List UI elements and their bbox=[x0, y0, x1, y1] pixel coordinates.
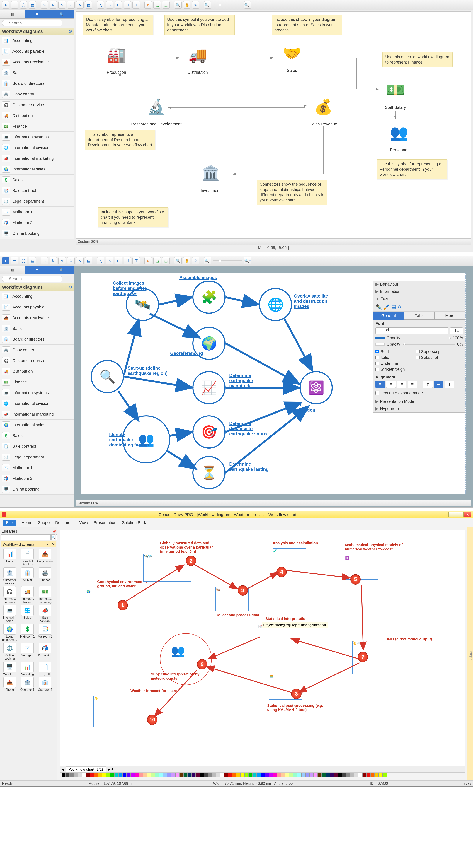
color-swatch[interactable] bbox=[122, 773, 126, 777]
tool-line[interactable]: ╲ bbox=[97, 257, 105, 265]
lib-search-input[interactable] bbox=[1, 534, 51, 540]
tool-oval[interactable]: ◯ bbox=[20, 257, 27, 265]
color-swatch[interactable] bbox=[139, 773, 143, 777]
lib-cell[interactable]: 📥Copy center bbox=[37, 549, 53, 566]
lib-item[interactable]: 🎧Customer service bbox=[0, 99, 74, 110]
color-swatch[interactable] bbox=[330, 773, 334, 777]
color-swatch[interactable] bbox=[261, 773, 265, 777]
color-swatch[interactable] bbox=[114, 773, 118, 777]
zoom-slider[interactable] bbox=[213, 260, 242, 261]
lib-item[interactable]: 🌐International division bbox=[0, 143, 74, 153]
color-swatch[interactable] bbox=[82, 773, 86, 777]
close-button[interactable]: ✕ bbox=[464, 512, 471, 517]
lib-item[interactable]: 📊Accounting bbox=[0, 35, 74, 46]
lib-item[interactable]: 🌍International sales bbox=[0, 164, 74, 175]
lib-cell[interactable]: 🖨️Finance bbox=[37, 567, 53, 585]
lib-item[interactable]: 💻Information systems bbox=[0, 388, 74, 398]
color-swatch[interactable] bbox=[106, 773, 110, 777]
node-personnel[interactable]: 👥 Personnel bbox=[382, 119, 416, 152]
color-swatch[interactable] bbox=[293, 773, 297, 777]
search-icon[interactable]: 🔍 bbox=[51, 534, 55, 540]
color-swatch[interactable] bbox=[78, 773, 82, 777]
tool-pointer[interactable]: ➤ bbox=[2, 1, 9, 9]
tool-oval[interactable]: ◯ bbox=[20, 1, 27, 9]
fp-tab-tabs[interactable]: Tabs bbox=[404, 312, 435, 320]
color-swatch[interactable] bbox=[200, 773, 204, 777]
tool-tree1[interactable]: ⊢ bbox=[115, 1, 122, 9]
tool-conn1[interactable]: ↘ bbox=[41, 1, 48, 9]
color-swatch[interactable] bbox=[383, 773, 387, 777]
color-swatch[interactable] bbox=[191, 773, 196, 777]
color-swatch[interactable] bbox=[143, 773, 147, 777]
color-swatch[interactable] bbox=[318, 773, 322, 777]
gear-icon[interactable]: ⚙ bbox=[68, 285, 72, 289]
lib-item[interactable]: 🚚Distribution bbox=[0, 366, 74, 377]
node-sales-revenue[interactable]: 💰 Sales Revenue bbox=[307, 93, 340, 126]
lib-cell[interactable]: 💵Internati... marketing bbox=[37, 586, 53, 604]
node-lasting[interactable]: ⏳ bbox=[193, 456, 226, 489]
tool-chain1[interactable]: ⧉ bbox=[145, 257, 152, 265]
lib-item[interactable]: 📬Mailroom 2 bbox=[0, 217, 74, 228]
color-swatch[interactable] bbox=[305, 773, 309, 777]
pen-icon[interactable]: ✒️ bbox=[376, 304, 382, 310]
tool-hand[interactable]: ✋ bbox=[183, 257, 190, 265]
lib-cell[interactable]: 👔Distributi... bbox=[19, 567, 36, 585]
brush-icon[interactable]: 🖌️ bbox=[383, 304, 390, 310]
zoom-out-icon[interactable]: 🔍− bbox=[204, 257, 211, 265]
node-startup[interactable]: 🔍 bbox=[91, 360, 124, 393]
lib-cell[interactable]: 📥Phone bbox=[1, 677, 18, 691]
search-input[interactable] bbox=[2, 20, 62, 26]
color-swatch[interactable] bbox=[326, 773, 330, 777]
color-swatch[interactable] bbox=[94, 773, 98, 777]
zoom-out-icon[interactable]: 🔍− bbox=[204, 1, 211, 9]
tool-dropper[interactable]: ✎ bbox=[192, 1, 199, 9]
tool-conn1[interactable]: ↘ bbox=[41, 257, 48, 265]
gear-icon[interactable]: ⚙ bbox=[68, 29, 72, 34]
node-sales[interactable]: 🤝 Sales bbox=[275, 39, 308, 73]
color-swatch[interactable] bbox=[216, 773, 220, 777]
color-swatch[interactable] bbox=[265, 773, 269, 777]
tool-note[interactable]: ▤ bbox=[85, 257, 92, 265]
color-swatch[interactable] bbox=[187, 773, 191, 777]
color-swatch[interactable] bbox=[350, 773, 354, 777]
color-swatch[interactable] bbox=[371, 773, 375, 777]
lib-item[interactable]: 💻Information systems bbox=[0, 132, 74, 143]
lib-item[interactable]: 📄Accounts payable bbox=[0, 302, 74, 312]
lib-item[interactable]: 📥Accounts receivable bbox=[0, 312, 74, 323]
color-swatch[interactable] bbox=[322, 773, 326, 777]
zoom-in-icon[interactable]: 🔍+ bbox=[244, 1, 251, 9]
tool-conn2[interactable]: ↳ bbox=[50, 1, 57, 9]
tool-dropper[interactable]: ✎ bbox=[192, 257, 199, 265]
color-swatch[interactable] bbox=[98, 773, 102, 777]
node-production[interactable]: 🏭 Production bbox=[100, 41, 133, 75]
node-rnd[interactable]: 🔬 Research and Development bbox=[131, 93, 182, 126]
tool-arrow[interactable]: ➘ bbox=[106, 257, 113, 265]
color-swatch[interactable] bbox=[151, 773, 155, 777]
color-swatch[interactable] bbox=[354, 773, 358, 777]
sidebar-tab-search[interactable]: 🔍 bbox=[49, 10, 74, 19]
color-swatch[interactable] bbox=[342, 773, 346, 777]
lib-item[interactable]: 📑Sale contract bbox=[0, 441, 74, 452]
check-bold[interactable]: Bold bbox=[376, 349, 405, 354]
lib-cell[interactable]: 🌍Legal departme... bbox=[1, 624, 18, 642]
color-swatch[interactable] bbox=[167, 773, 171, 777]
tool-chain2[interactable]: ⬚ bbox=[153, 257, 161, 265]
sidebar-tab-search[interactable]: 🔍 bbox=[49, 266, 74, 274]
color-swatch[interactable] bbox=[257, 773, 261, 777]
node-distance[interactable]: 🎯 bbox=[193, 415, 226, 448]
wf-node-2[interactable]: 🛰️🛩️ bbox=[143, 554, 191, 582]
lib-item[interactable]: 🏦Bank bbox=[0, 323, 74, 334]
lib-cell[interactable]: 💻Internati... sales bbox=[1, 605, 18, 623]
text-icon[interactable]: ▤ bbox=[391, 304, 396, 310]
tab-add[interactable]: ▶ + bbox=[108, 767, 114, 772]
color-swatch[interactable] bbox=[110, 773, 114, 777]
page-tab[interactable]: Work flow chart (1/1) bbox=[66, 767, 106, 772]
tool-arrow[interactable]: ➘ bbox=[106, 1, 113, 9]
lib-item[interactable]: ⚖️Legal department bbox=[0, 196, 74, 207]
color-swatch[interactable] bbox=[277, 773, 281, 777]
menu-solution[interactable]: Solution Park bbox=[122, 520, 146, 525]
lib-cell[interactable]: 📄Board of directors bbox=[19, 549, 36, 566]
tool-pointer[interactable]: ➤ bbox=[2, 257, 9, 265]
lib-item[interactable]: 🚚Distribution bbox=[0, 110, 74, 121]
lib-cell[interactable]: 👔Operator 2 bbox=[37, 677, 53, 691]
